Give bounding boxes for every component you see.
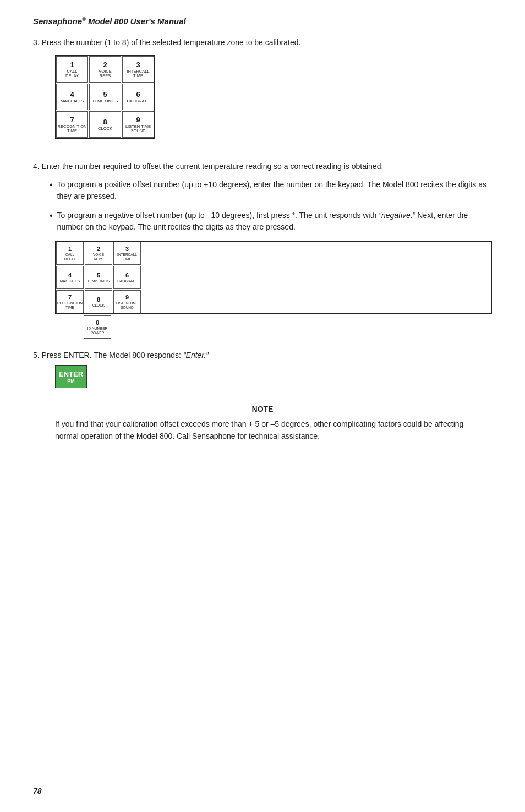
key-sm-6: 6CALIBRATE [113, 266, 141, 289]
step5-text1: 5. Press ENTER. The Model 800 responds: [33, 351, 183, 359]
bullet-list: • To program a positive offset number (u… [50, 179, 492, 233]
key-sm-5: 5TEMP LIMITS [85, 266, 112, 289]
key-9-large: 9LISTEN TIMESOUND [122, 111, 154, 138]
key-7-large: 7RECOGNITIONTIME [56, 111, 88, 138]
keypad-2-wrapper: 1CALLDELAY2VOICEREPS3INTERCALLTIME4MAX C… [55, 241, 492, 339]
key-3-large: 3INTERCALLTIME [122, 56, 154, 83]
note-section: NOTE If you find that your calibration o… [55, 405, 470, 443]
note-title: NOTE [55, 405, 470, 413]
step-5-block: 5. Press ENTER. The Model 800 responds: … [33, 351, 492, 388]
key-8-large: 8CLOCK [89, 111, 121, 138]
bullet-item-2: • To program a negative offset number (u… [50, 210, 492, 233]
step-4-text: 4. Enter the number required to offset t… [33, 161, 492, 172]
enter-key-block: ENTER PM [55, 365, 492, 388]
page-footer: 78 [33, 787, 42, 795]
registered-mark: ® [82, 17, 86, 22]
key-5-large: 5TEMP LIMITS [89, 84, 121, 110]
key-0-num: 0 [96, 319, 99, 326]
enter-label: ENTER [59, 370, 83, 378]
key-sm-7: 7RECOGNITIONTIME [56, 290, 84, 313]
bullet-content-1: To program a positive offset number (up … [57, 179, 492, 202]
keypad-1-grid: 1CALLDELAY2VOICEREPS3INTERCALLTIME4MAX C… [55, 55, 155, 139]
step-5-text: 5. Press ENTER. The Model 800 responds: … [33, 351, 492, 359]
page-number: 78 [33, 787, 42, 795]
step5-italic: “Enter.” [183, 351, 209, 359]
key-4-large: 4MAX CALLS [56, 84, 88, 110]
bullet-item-1: • To program a positive offset number (u… [50, 179, 492, 202]
bullet-dot-1: • [50, 179, 53, 202]
bullet-dot-2: • [50, 210, 53, 233]
key-6-large: 6CALIBRATE [122, 84, 154, 110]
bullet-content-2: To program a negative offset number (up … [57, 210, 492, 233]
key-0: 0 ID NUMBERPOWER [84, 315, 111, 339]
key-sm-9: 9LISTEN TIMESOUND [113, 290, 141, 313]
key-sm-8: 8CLOCK [85, 290, 112, 313]
empty-cell-left [55, 315, 83, 339]
enter-key: ENTER PM [55, 365, 87, 388]
key-1-large: 1CALLDELAY [56, 56, 88, 83]
key-2-large: 2VOICEREPS [89, 56, 121, 83]
bullet2-text1: To program a negative offset number (up … [57, 211, 379, 220]
key-sm-3: 3INTERCALLTIME [113, 242, 141, 265]
bullet2-italic: “negative.” [379, 211, 415, 220]
brand-name: Sensaphone [33, 17, 82, 26]
key-0-label: ID NUMBERPOWER [88, 326, 107, 334]
step-3-block: 3. Press the number (1 to 8) of the sele… [33, 37, 492, 149]
enter-sub: PM [67, 378, 75, 384]
keypad-1: 1CALLDELAY2VOICEREPS3INTERCALLTIME4MAX C… [55, 55, 155, 139]
note-text: If you find that your calibration offset… [55, 418, 470, 443]
keypad-2-zero-row: 0 ID NUMBERPOWER [55, 315, 492, 339]
keypad-2-grid: 1CALLDELAY2VOICEREPS3INTERCALLTIME4MAX C… [55, 241, 492, 314]
step-3-text: 3. Press the number (1 to 8) of the sele… [33, 37, 492, 48]
empty-cell-right [112, 315, 140, 339]
key-sm-2: 2VOICEREPS [85, 242, 112, 265]
step-4-block: 4. Enter the number required to offset t… [33, 161, 492, 339]
manual-title: Model 800 User's Manual [86, 17, 186, 26]
key-sm-1: 1CALLDELAY [56, 242, 84, 265]
key-sm-4: 4MAX CALLS [56, 266, 84, 289]
page-header: Sensaphone® Model 800 User's Manual [33, 17, 492, 26]
